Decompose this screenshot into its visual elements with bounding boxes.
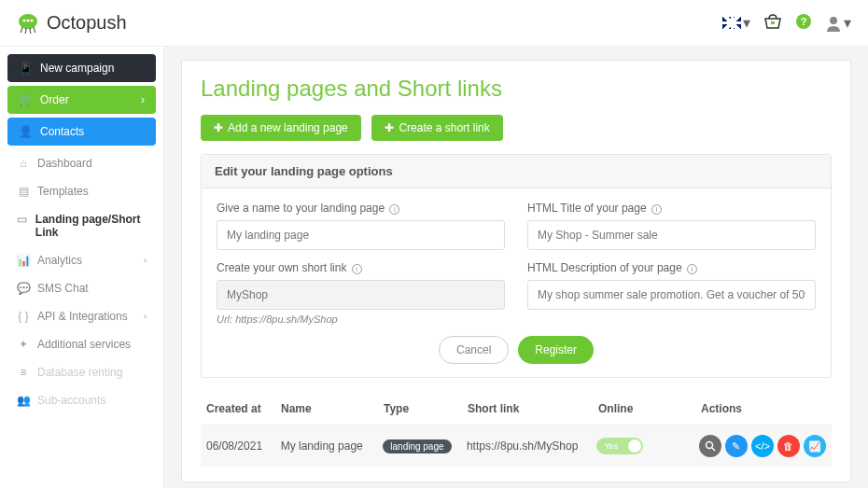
- page-title: Landing pages and Short links: [201, 76, 832, 102]
- basket-icon[interactable]: [763, 13, 782, 34]
- table-header: Created at Name Type Short link Online A…: [201, 393, 832, 425]
- svg-line-9: [712, 448, 715, 451]
- svg-text:?: ?: [801, 16, 807, 27]
- content-card: Landing pages and Short links ✚Add a new…: [181, 60, 851, 482]
- edit-panel: Edit your landing page options Give a na…: [201, 154, 832, 378]
- shortlink-input[interactable]: [217, 280, 505, 310]
- code-button[interactable]: </>: [751, 435, 774, 457]
- page-icon: ▭: [17, 213, 28, 239]
- top-actions: ▾ ? ▾: [722, 13, 851, 34]
- chevron-right-icon: ›: [144, 312, 147, 321]
- delete-button[interactable]: 🗑: [777, 435, 800, 457]
- chevron-right-icon: ›: [144, 256, 147, 265]
- plus-icon: ✚: [214, 121, 223, 134]
- cell-online: Yes: [596, 438, 699, 454]
- svg-point-8: [706, 442, 712, 449]
- order-button[interactable]: 🛒Order›: [7, 86, 156, 114]
- cell-shortlink: https://8pu.sh/MyShop: [467, 439, 596, 453]
- contacts-button[interactable]: 👤Contacts: [7, 118, 156, 146]
- new-campaign-button[interactable]: 📱New campaign: [7, 54, 156, 82]
- sidebar-item-database[interactable]: ≡Database renting: [7, 358, 156, 386]
- sidebar: 📱New campaign 🛒Order› 👤Contacts ⌂Dashboa…: [0, 47, 164, 488]
- add-landing-button[interactable]: ✚Add a new landing page: [201, 115, 361, 141]
- stats-button[interactable]: 📈: [804, 435, 826, 457]
- shortlink-label: Create your own short link i: [217, 261, 505, 274]
- footer: Terms FAQ Campaign tips: [181, 482, 851, 488]
- help-icon[interactable]: ?: [795, 13, 812, 34]
- brand[interactable]: Octopush: [17, 12, 127, 35]
- order-label: Order: [40, 93, 69, 106]
- landing-table: Created at Name Type Short link Online A…: [201, 393, 832, 467]
- url-hint: Url: https://8pu.sh/MyShop: [217, 314, 505, 325]
- contacts-icon: 👤: [19, 125, 33, 138]
- name-label: Give a name to your landing page i: [217, 202, 505, 215]
- sidebar-item-landing[interactable]: ▭Landing page/Short Link: [7, 205, 156, 246]
- topbar: Octopush ▾ ? ▾: [0, 0, 868, 47]
- cancel-button[interactable]: Cancel: [439, 336, 509, 364]
- info-icon[interactable]: i: [352, 264, 362, 274]
- panel-title: Edit your landing page options: [202, 155, 831, 188]
- info-icon[interactable]: i: [687, 264, 697, 274]
- chart-icon: 📊: [17, 254, 30, 267]
- chevron-right-icon: ›: [141, 93, 145, 106]
- contacts-label: Contacts: [40, 125, 84, 138]
- main-content: Landing pages and Short links ✚Add a new…: [164, 47, 868, 488]
- html-desc-label: HTML Description of your page i: [527, 261, 816, 274]
- language-selector[interactable]: ▾: [722, 14, 750, 32]
- home-icon: ⌂: [17, 157, 30, 170]
- name-input[interactable]: [217, 220, 505, 250]
- svg-point-1: [23, 19, 26, 21]
- phone-icon: 📱: [19, 62, 33, 75]
- chat-icon: 💬: [17, 282, 30, 295]
- edit-button[interactable]: ✎: [725, 435, 748, 457]
- html-title-input[interactable]: [527, 220, 816, 250]
- user-menu[interactable]: ▾: [825, 14, 851, 32]
- plus-icon: ✚: [385, 121, 394, 134]
- svg-point-7: [830, 17, 837, 24]
- info-icon[interactable]: i: [389, 204, 399, 215]
- database-icon: ≡: [17, 366, 30, 379]
- cart-icon: 🛒: [19, 93, 33, 106]
- preview-button[interactable]: [699, 435, 721, 457]
- create-shortlink-button[interactable]: ✚Create a short link: [371, 115, 502, 141]
- api-icon: { }: [17, 310, 30, 323]
- cell-actions: ✎ </> 🗑 📈: [699, 435, 826, 457]
- html-desc-input[interactable]: [527, 280, 816, 310]
- cell-type: landing page: [383, 439, 467, 453]
- new-campaign-label: New campaign: [40, 62, 114, 75]
- brand-name: Octopush: [47, 12, 127, 34]
- sidebar-item-api[interactable]: { }API & Integrations›: [7, 302, 156, 330]
- html-title-label: HTML Title of your page i: [527, 202, 816, 215]
- register-button[interactable]: Register: [518, 336, 594, 364]
- svg-rect-4: [771, 21, 775, 24]
- logo-icon: [17, 12, 39, 35]
- svg-point-2: [27, 19, 30, 21]
- sidebar-item-dashboard[interactable]: ⌂Dashboard: [7, 149, 156, 177]
- tools-icon: ✦: [17, 338, 30, 351]
- type-badge: landing page: [383, 439, 451, 453]
- sidebar-item-templates[interactable]: ▤Templates: [7, 177, 156, 205]
- cell-name: My landing page: [281, 439, 384, 453]
- cell-created: 06/08/2021: [206, 439, 281, 453]
- template-icon: ▤: [17, 185, 30, 198]
- sidebar-item-analytics[interactable]: 📊Analytics›: [7, 246, 156, 274]
- users-icon: 👥: [17, 394, 30, 407]
- table-row: 06/08/2021 My landing page landing page …: [201, 425, 832, 467]
- sidebar-item-subaccounts[interactable]: 👥Sub-accounts: [7, 386, 156, 414]
- info-icon[interactable]: i: [651, 204, 662, 215]
- svg-point-3: [31, 19, 34, 21]
- online-toggle[interactable]: Yes: [596, 438, 643, 454]
- sidebar-item-services[interactable]: ✦Additional services: [7, 330, 156, 358]
- sidebar-item-smschat[interactable]: 💬SMS Chat: [7, 274, 156, 302]
